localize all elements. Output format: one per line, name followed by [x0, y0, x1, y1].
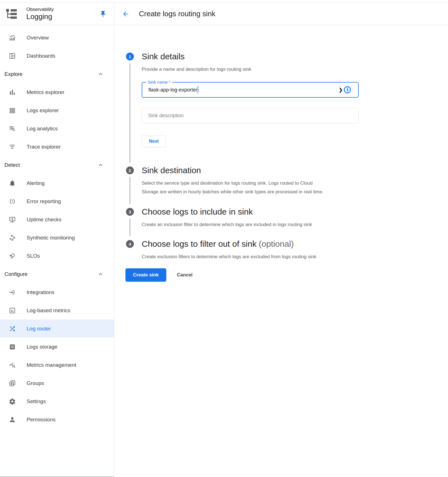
section-label: Configure — [4, 271, 27, 277]
integrations-icon — [9, 289, 16, 296]
sidebar-item-metrics-explorer[interactable]: Metrics explorer — [0, 83, 114, 101]
metrics-management-icon — [9, 361, 16, 369]
person-icon — [9, 416, 16, 423]
sidebar-item-label: Logs explorer — [27, 107, 59, 114]
sidebar-nav: Overview Dashboards Explore Metrics expl… — [0, 25, 114, 429]
trace-explorer-icon — [9, 143, 16, 151]
next-button[interactable]: Next — [142, 135, 166, 147]
sink-description-input[interactable] — [142, 108, 359, 123]
sidebar-item-label: Groups — [27, 380, 44, 386]
sidebar-item-integrations[interactable]: Integrations — [0, 283, 114, 301]
product-name: Observability — [26, 7, 54, 12]
sidebar-item-error-reporting[interactable]: Error reporting — [0, 192, 114, 210]
sidebar-item-trace-explorer[interactable]: Trace explorer — [0, 138, 114, 156]
sidebar-item-dashboards[interactable]: Dashboards — [0, 47, 114, 65]
sidebar-item-label: Overview — [27, 35, 49, 41]
sidebar-item-label: Metrics explorer — [27, 89, 64, 95]
step-1-indicator: 1 — [126, 53, 134, 60]
sidebar-item-label: Log-based metrics — [27, 307, 70, 314]
chevron-up-icon[interactable] — [97, 271, 104, 278]
step-2-title: Sink destination — [142, 165, 448, 176]
step-2-connector — [130, 177, 130, 204]
sidebar-item-slos[interactable]: SLOs — [0, 247, 114, 265]
bell-icon — [9, 180, 16, 187]
gear-icon — [9, 398, 16, 405]
product-title-block: Observability Logging — [26, 7, 54, 21]
pin-icon[interactable] — [99, 10, 107, 18]
step-3-indicator: 3 — [126, 208, 134, 216]
uptime-checks-icon — [9, 216, 16, 223]
sidebar-item-label: Alerting — [27, 180, 45, 186]
sidebar-item-logs-storage[interactable]: Logs storage — [0, 338, 114, 356]
observability-tree-icon — [5, 7, 18, 21]
log-analytics-icon — [9, 125, 16, 132]
sidebar-item-label: Settings — [27, 398, 46, 405]
slos-icon — [9, 252, 16, 260]
synthetic-monitoring-icon — [9, 234, 16, 241]
sidebar-item-log-router[interactable]: Log router — [0, 319, 114, 338]
cancel-button[interactable]: Cancel — [177, 272, 193, 278]
chevron-up-icon[interactable] — [97, 162, 104, 168]
sidebar-item-alerting[interactable]: Alerting — [0, 174, 114, 192]
create-sink-button[interactable]: Create sink — [125, 268, 166, 282]
step-1-connector — [130, 63, 130, 163]
onepassword-autofill-icon[interactable]: ❯ — [336, 86, 353, 94]
sidebar-item-uptime-checks[interactable]: Uptime checks — [0, 210, 114, 229]
sidebar-item-logs-explorer[interactable]: Logs explorer — [0, 101, 114, 119]
sink-stepper: 1 Sink details Provide a name and descri… — [114, 25, 448, 282]
section-label: Detect — [4, 162, 20, 168]
sink-name-field[interactable]: Sink name * flask-app-log-exporter ❯ — [142, 82, 359, 98]
logs-storage-icon — [9, 343, 16, 351]
sidebar-item-groups[interactable]: Groups — [0, 374, 114, 392]
step-sink-details: 1 Sink details Provide a name and descri… — [114, 51, 448, 165]
sidebar-item-label: Integrations — [27, 289, 54, 295]
sidebar-item-label: SLOs — [27, 253, 40, 259]
sidebar: Observability Logging Overview Dashboard… — [0, 3, 114, 477]
page-header: Create logs routing sink — [114, 3, 448, 25]
page-title: Create logs routing sink — [139, 10, 215, 18]
optional-tag: (optional) — [259, 239, 294, 248]
sidebar-item-label: Log analytics — [27, 126, 58, 132]
step-2-description: Select the service type and destination … — [142, 179, 330, 196]
metrics-explorer-icon — [9, 89, 16, 96]
sink-name-label: Sink name * — [146, 80, 172, 84]
sidebar-item-overview[interactable]: Overview — [0, 29, 114, 47]
sink-name-value: flask-app-log-exporter — [148, 87, 197, 93]
step-3-description: Create an inclusion filter to determine … — [142, 220, 334, 229]
sidebar-item-log-analytics[interactable]: Log analytics — [0, 119, 114, 138]
step-3-connector — [130, 218, 130, 236]
chevron-right-icon: ❯ — [339, 88, 343, 92]
sidebar-item-permissions[interactable]: Permissions — [0, 410, 114, 429]
sidebar-item-label: Logs storage — [27, 344, 57, 350]
sidebar-item-label: Permissions — [27, 417, 55, 423]
top-divider — [0, 0, 448, 3]
sidebar-item-label: Trace explorer — [27, 144, 61, 150]
sidebar-item-label: Uptime checks — [27, 217, 62, 223]
sidebar-section-explore: Explore — [0, 65, 114, 83]
chevron-up-icon[interactable] — [97, 71, 104, 77]
sidebar-item-label: Metrics management — [27, 362, 76, 368]
form-actions: Create sink Cancel — [125, 268, 448, 282]
step-1-description: Provide a name and description for logs … — [142, 65, 448, 74]
sidebar-item-label: Dashboards — [27, 53, 55, 59]
logs-explorer-icon — [9, 107, 16, 114]
sidebar-item-log-based-metrics[interactable]: Log-based metrics — [0, 301, 114, 319]
log-based-metrics-icon — [9, 307, 16, 314]
back-arrow-icon[interactable] — [122, 10, 129, 18]
sidebar-item-label: Synthetic monitoring — [27, 235, 75, 241]
dashboards-icon — [9, 52, 16, 60]
overview-icon — [9, 34, 16, 41]
step-sink-destination: 2 Sink destination Select the service ty… — [114, 165, 448, 206]
sidebar-item-metrics-management[interactable]: Metrics management — [0, 356, 114, 374]
step-4-title: Choose logs to filter out of sink(option… — [142, 238, 448, 250]
sidebar-item-label: Log router — [27, 326, 51, 332]
groups-icon — [9, 380, 16, 387]
sidebar-item-synthetic-monitoring[interactable]: Synthetic monitoring — [0, 229, 114, 247]
error-reporting-icon — [9, 198, 16, 205]
sidebar-item-label: Error reporting — [27, 198, 61, 205]
sidebar-item-settings[interactable]: Settings — [0, 392, 114, 410]
text-caret — [198, 86, 198, 93]
onepassword-logo-icon — [344, 86, 351, 93]
step-choose-logs-filter-out: 4 Choose logs to filter out of sink(opti… — [114, 238, 448, 261]
step-2-indicator: 2 — [126, 166, 134, 174]
